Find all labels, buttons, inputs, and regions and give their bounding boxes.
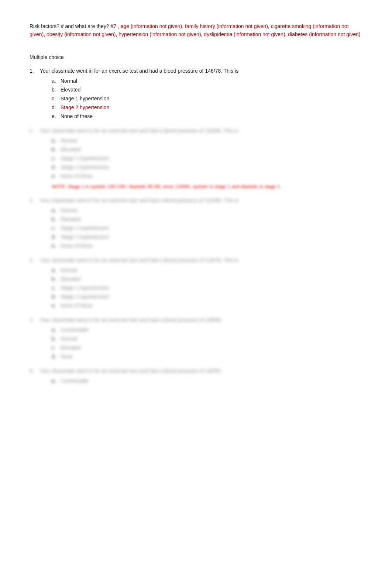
answer-1c: c. Stage 1 hypertension [52,95,362,103]
question-number-1: 1. [30,67,38,75]
questions-list: 1. Your classmate went in for an exercis… [30,67,362,385]
question-item-6: 6. Your classmate went in for an exercis… [30,367,362,385]
answer-list-6: a. Comfortable [30,377,362,385]
risk-factors-label: Risk factors? # and what are they? [30,23,109,29]
answer-4e: e. None of these [52,302,362,310]
question-item-3: 3. Your classmate went in for an exercis… [30,197,362,250]
answer-1b: b. Elevated [52,86,362,94]
answer-4c: c. Stage 1 hypertension [52,284,362,292]
answer-4d: d. Stage 2 hypertension [52,293,362,301]
answer-3c: c. Stage 1 hypertension [52,224,362,232]
answer-1e: e. None of these [52,113,362,120]
question-body-1: Your classmate went in for an exercise t… [40,68,239,74]
answer-list-4: a. Normal b. Elevated c. Stage 1 hyperte… [30,266,362,310]
answer-list-3: a. Normal b. Elevated c. Stage 1 hyperte… [30,207,362,250]
question-item-1: 1. Your classmate went in for an exercis… [30,67,362,120]
question-text-6: 6. Your classmate went in for an exercis… [30,367,362,375]
answer-6a: a. Comfortable [52,377,362,385]
question-2-note: NOTE: Stage 1 is systolic 130-139 / dias… [52,183,362,190]
answer-5a: a. Comfortable [52,326,362,334]
risk-factors-section: Risk factors? # and what are they? #7 , … [30,22,362,39]
question-text-4: 4. Your classmate went in for an exercis… [30,256,362,264]
question-text-1: 1. Your classmate went in for an exercis… [30,67,362,75]
answer-list-2: a. Normal b. Elevated c. Stage 1 hyperte… [30,137,362,180]
answer-4b: b. Elevated [52,275,362,283]
answer-5d: d. None [52,353,362,361]
answer-3e: e. None of these [52,242,362,250]
answer-3b: b. Elevated [52,215,362,223]
answer-5c: c. Elevated [52,344,362,352]
answer-4a: a. Normal [52,266,362,274]
answer-1d: d. Stage 2 hypertension [52,104,362,111]
question-text-2: 2. Your classmate went in for an exercis… [30,127,362,135]
question-text-5: 5. Your classmate went in for an exercis… [30,316,362,324]
question-text-3: 3. Your classmate went in for an exercis… [30,197,362,204]
section-title: Multiple choice [30,54,362,61]
answer-2d: d. Stage 2 hypertension [52,163,362,171]
question-item-2: 2. Your classmate went in for an exercis… [30,127,362,190]
answer-2c: c. Stage 1 hypertension [52,155,362,162]
question-item-5: 5. Your classmate went in for an exercis… [30,316,362,361]
multiple-choice-section: Multiple choice 1. Your classmate went i… [30,54,362,385]
answer-2e: e. None of these [52,172,362,180]
answer-3d: d. Stage 2 hypertension [52,233,362,241]
answer-2a: a. Normal [52,137,362,145]
answer-list-5: a. Comfortable b. Normal c. Elevated d. … [30,326,362,361]
answer-1a: a. Normal [52,77,362,85]
answer-3a: a. Normal [52,207,362,214]
question-item-4: 4. Your classmate went in for an exercis… [30,256,362,310]
answer-2b: b. Elevated [52,146,362,154]
answer-5b: b. Normal [52,335,362,343]
answer-list-1: a. Normal b. Elevated c. Stage 1 hyperte… [30,77,362,120]
